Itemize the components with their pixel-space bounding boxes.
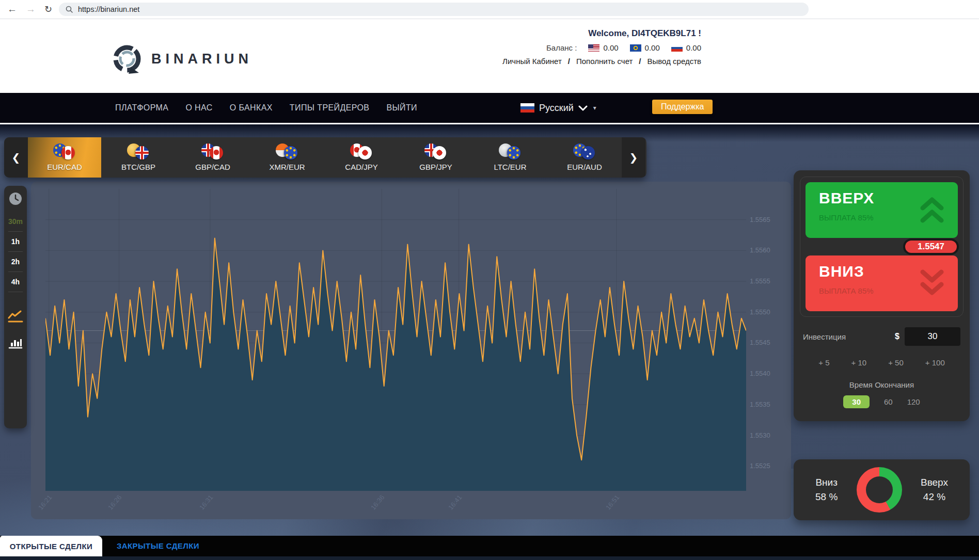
account-links: Личный Кабинет / Пополнить счет / Вывод … (381, 57, 701, 66)
trade-panel: ВВЕРХ ВЫПЛАТА 85% 1.5547 ВНИЗ ВЫПЛАТА 85… (794, 170, 970, 421)
nav-item-banks[interactable]: О БАНКАХ (230, 103, 273, 113)
jpy-flag-icon (433, 146, 446, 159)
bottom-strip (0, 556, 979, 560)
pair-tab-eur-aud[interactable]: EUR/AUD (547, 137, 622, 178)
cad-flag-icon (210, 146, 223, 159)
brand-logo-icon (110, 42, 144, 76)
increment-5-button[interactable]: + 5 (818, 358, 829, 367)
tab-open-deals[interactable]: ОТКРЫТЫЕ СДЕЛКИ (0, 536, 102, 556)
x-axis-label: 16:41 (447, 493, 463, 511)
balance-rub: 0.00 (671, 43, 701, 52)
divider (8, 292, 23, 292)
chevron-down-icon (578, 105, 588, 111)
sentiment-down-label: Вниз (815, 475, 838, 490)
pair-tab-eur-cad[interactable]: EUR/CAD (28, 137, 101, 178)
gbp-jpy-flags-icon (424, 143, 447, 160)
sentiment-donut-chart (857, 467, 902, 513)
eur-cad-flags-icon (53, 143, 76, 160)
link-withdraw[interactable]: Вывод средств (648, 57, 701, 66)
link-separator: / (639, 57, 641, 66)
timeframe-1h-button[interactable]: 1h (11, 232, 20, 251)
search-icon (65, 5, 73, 13)
expiry-120-button[interactable]: 120 (907, 397, 920, 406)
caret-down-icon: ▾ (593, 104, 596, 111)
balance-usd-value: 0.00 (603, 43, 618, 52)
reload-button[interactable]: ↻ (44, 3, 52, 15)
x-axis-label: 16:36 (369, 493, 386, 511)
line-chart-icon[interactable] (8, 310, 23, 325)
expiry-60-button[interactable]: 60 (884, 397, 893, 406)
current-price-badge: 1.5547 (903, 238, 959, 255)
xmr-eur-flags-icon (276, 143, 298, 160)
url-bar[interactable]: https://binariun.net (59, 3, 809, 16)
support-button[interactable]: Поддержка (652, 100, 713, 114)
x-axis-label: 16:21 (37, 493, 53, 511)
expiry-30-button[interactable]: 30 (843, 395, 870, 408)
ltc-eur-flags-icon (499, 143, 522, 160)
balance-label: Баланс : (546, 43, 577, 52)
y-axis-label: 1.5565 (750, 216, 786, 223)
y-axis-label: 1.5545 (750, 339, 786, 346)
increment-buttons: + 5 + 10 + 50 + 100 (794, 358, 970, 367)
increment-10-button[interactable]: + 10 (851, 358, 867, 367)
forward-button[interactable]: → (26, 3, 36, 15)
pairs-tabbar: ❮ EUR/CAD BTC/GBP GBP (4, 137, 646, 178)
investment-input[interactable] (905, 327, 960, 346)
pair-tab-gbp-cad[interactable]: GBP/CAD (176, 137, 250, 178)
expiry-label: Время Окончания (794, 380, 970, 389)
brand-logo[interactable]: BINARIUN (110, 42, 252, 76)
pair-tab-gbp-jpy[interactable]: GBP/JPY (399, 137, 473, 178)
pairs-scroll-right-button[interactable]: ❯ (622, 137, 645, 178)
brand-name: BINARIUN (151, 51, 252, 67)
x-axis-label: 16:26 (106, 493, 123, 511)
y-axis-label: 1.5555 (750, 277, 786, 285)
main-navbar: ПЛАТФОРМА О НАС О БАНКАХ ТИПЫ ТРЕЙДЕРОВ … (0, 93, 979, 123)
increment-100-button[interactable]: + 100 (925, 358, 945, 367)
pair-tab-cad-jpy[interactable]: CAD/JPY (324, 137, 399, 178)
eur-aud-flags-icon (573, 143, 596, 160)
nav-item-platform[interactable]: ПЛАТФОРМА (115, 103, 168, 113)
link-deposit[interactable]: Пополнить счет (576, 57, 633, 66)
trading-area: 1.55651.55601.55551.55501.55451.55401.55… (0, 124, 979, 536)
url-text: https://binariun.net (78, 5, 139, 13)
y-axis-label: 1.5540 (750, 370, 786, 377)
timeframe-4h-button[interactable]: 4h (11, 272, 20, 292)
y-axis-label: 1.5535 (750, 401, 786, 408)
gbp-cad-flags-icon (201, 143, 224, 160)
link-personal-cabinet[interactable]: Личный Кабинет (502, 57, 562, 66)
btc-gbp-flags-icon (127, 143, 150, 160)
nav-item-trader-types[interactable]: ТИПЫ ТРЕЙДЕРОВ (290, 103, 370, 113)
balance-eur: 0.00 (630, 43, 660, 52)
increment-50-button[interactable]: + 50 (888, 358, 904, 367)
x-axis-label: 16:51 (604, 493, 621, 511)
aud-flag-icon (581, 146, 595, 159)
x-axis-label: 16:31 (198, 493, 214, 511)
bar-chart-icon[interactable] (8, 337, 23, 351)
timeframe-2h-button[interactable]: 2h (11, 252, 20, 271)
sentiment-up-value: 42 % (921, 490, 948, 504)
russia-flag-icon (520, 103, 534, 113)
nav-item-logout[interactable]: ВЫЙТИ (386, 103, 417, 113)
sentiment-up-label: Вверх (921, 475, 948, 490)
timeframe-30m-button[interactable]: 30m (8, 212, 23, 231)
browser-toolbar: ← → ↻ https://binariun.net (0, 0, 979, 19)
pair-tab-ltc-eur[interactable]: LTC/EUR (473, 137, 547, 178)
nav-item-about[interactable]: О НАС (185, 103, 212, 113)
language-selector[interactable]: Русский ▾ (520, 93, 596, 123)
balance-rub-value: 0.00 (686, 43, 701, 52)
sentiment-panel: Вниз 58 % Вверх 42 % (794, 459, 970, 520)
back-button[interactable]: ← (7, 3, 17, 15)
chart-panel: 1.55651.55601.55551.55501.55451.55401.55… (31, 182, 791, 519)
investment-label: Инвестиция (803, 332, 846, 341)
jpy-flag-icon (358, 146, 372, 159)
site-header: BINARIUN Welcome, DI4TQEKB9L71 ! Баланс … (0, 19, 979, 93)
welcome-text: Welcome, DI4TQEKB9L71 ! (381, 28, 701, 39)
y-axis-label: 1.5550 (750, 308, 786, 316)
y-axis-label: 1.5525 (750, 462, 786, 470)
tab-closed-deals[interactable]: ЗАКРЫТЫЕ СДЕЛКИ (117, 536, 199, 556)
bet-down-button[interactable]: ВНИЗ ВЫПЛАТА 85% (806, 255, 958, 311)
pair-tab-xmr-eur[interactable]: XMR/EUR (250, 137, 324, 178)
bet-up-button[interactable]: ВВЕРХ ВЫПЛАТА 85% (806, 182, 958, 238)
pairs-scroll-left-button[interactable]: ❮ (4, 137, 28, 178)
pair-tab-btc-gbp[interactable]: BTC/GBP (101, 137, 176, 178)
